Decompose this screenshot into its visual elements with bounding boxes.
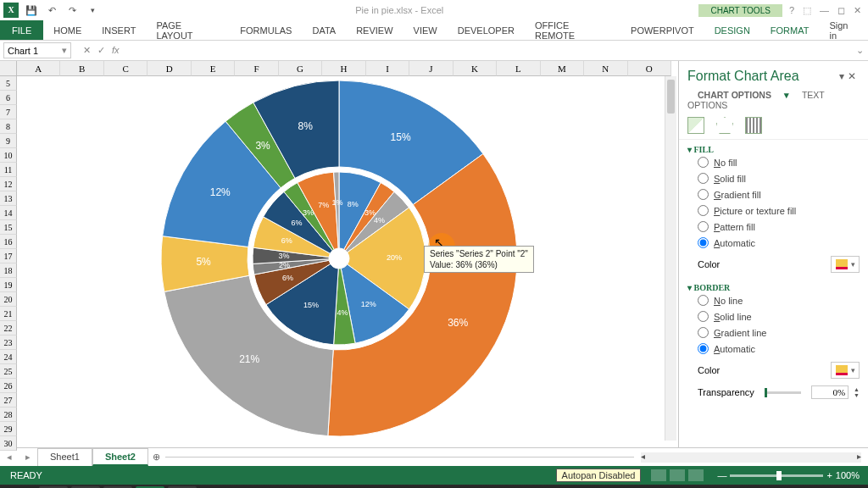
fill-option-picture-or-texture-fill[interactable]: Picture or texture fill bbox=[687, 202, 860, 219]
sheet-nav-prev-icon[interactable]: ◂ bbox=[0, 452, 19, 463]
col-C[interactable]: C bbox=[104, 61, 147, 76]
transparency-input[interactable] bbox=[811, 385, 849, 399]
name-box[interactable]: Chart 1 ▾ bbox=[3, 42, 71, 58]
sign-in-link[interactable]: Sign in bbox=[819, 20, 868, 40]
col-F[interactable]: F bbox=[235, 61, 278, 76]
fill-option-pattern-fill[interactable]: Pattern fill bbox=[687, 219, 860, 235]
zoom-out-button[interactable]: — bbox=[717, 470, 726, 480]
row-21[interactable]: 21 bbox=[0, 307, 17, 321]
row-26[interactable]: 26 bbox=[0, 379, 17, 393]
col-M[interactable]: M bbox=[541, 61, 584, 76]
qat-more-icon[interactable]: ▾ bbox=[85, 3, 100, 18]
row-7[interactable]: 7 bbox=[0, 105, 17, 119]
pane-dropdown-icon[interactable]: ▾ bbox=[839, 70, 848, 82]
border-option-solid-line[interactable]: Solid line bbox=[687, 308, 860, 324]
effects-icon[interactable] bbox=[716, 117, 733, 134]
redo-icon[interactable]: ↷ bbox=[64, 3, 80, 18]
col-B[interactable]: B bbox=[60, 61, 103, 76]
fill-option-no-fill[interactable]: No fill bbox=[687, 154, 860, 170]
pane-close-icon[interactable]: ✕ bbox=[848, 70, 860, 82]
normal-view-button[interactable] bbox=[651, 469, 666, 481]
row-11[interactable]: 11 bbox=[0, 163, 17, 177]
border-option-no-line[interactable]: No line bbox=[687, 292, 860, 308]
horizontal-scrollbar[interactable] bbox=[641, 452, 861, 463]
transparency-spin-down[interactable]: ▼ bbox=[854, 392, 860, 398]
ribbon-tab-developer[interactable]: DEVELOPER bbox=[448, 20, 525, 40]
sheet-tab-sheet1[interactable]: Sheet1 bbox=[37, 448, 92, 466]
sheet-tab-sheet2[interactable]: Sheet2 bbox=[92, 448, 148, 466]
fill-option-gradient-fill[interactable]: Gradient fill bbox=[687, 186, 860, 202]
ribbon-tab-page-layout[interactable]: PAGE LAYOUT bbox=[146, 20, 230, 40]
row-28[interactable]: 28 bbox=[0, 408, 17, 422]
file-tab[interactable]: FILE bbox=[0, 20, 43, 40]
row-24[interactable]: 24 bbox=[0, 350, 17, 364]
fill-and-line-icon[interactable] bbox=[687, 117, 704, 134]
ribbon-ctx-tab-design[interactable]: DESIGN bbox=[704, 20, 760, 40]
row-9[interactable]: 9 bbox=[0, 134, 17, 148]
row-8[interactable]: 8 bbox=[0, 119, 17, 134]
close-icon[interactable]: ✕ bbox=[854, 5, 861, 16]
border-section-header[interactable]: BORDER bbox=[687, 283, 860, 292]
row-29[interactable]: 29 bbox=[0, 422, 17, 436]
fill-section-header[interactable]: FILL bbox=[687, 145, 860, 154]
row-16[interactable]: 16 bbox=[0, 235, 17, 249]
row-27[interactable]: 27 bbox=[0, 393, 17, 408]
save-icon[interactable]: 💾 bbox=[24, 3, 39, 18]
zoom-in-button[interactable]: + bbox=[826, 470, 832, 480]
sheet-nav-next-icon[interactable]: ▸ bbox=[19, 452, 37, 463]
row-12[interactable]: 12 bbox=[0, 177, 17, 191]
column-headers[interactable]: ABCDEFGHIJKLMNO bbox=[17, 61, 671, 76]
fill-option-automatic[interactable]: Automatic bbox=[687, 235, 860, 251]
row-22[interactable]: 22 bbox=[0, 321, 17, 336]
col-G[interactable]: G bbox=[279, 61, 322, 76]
page-layout-view-button[interactable] bbox=[670, 469, 685, 481]
ribbon-tab-home[interactable]: HOME bbox=[43, 20, 92, 40]
row-10[interactable]: 10 bbox=[0, 148, 17, 163]
col-D[interactable]: D bbox=[147, 61, 191, 76]
row-6[interactable]: 6 bbox=[0, 91, 17, 105]
border-color-button[interactable] bbox=[831, 362, 860, 379]
col-I[interactable]: I bbox=[366, 61, 409, 76]
col-O[interactable]: O bbox=[628, 61, 671, 76]
size-properties-icon[interactable] bbox=[745, 117, 762, 134]
col-E[interactable]: E bbox=[192, 61, 235, 76]
row-25[interactable]: 25 bbox=[0, 364, 17, 379]
fill-color-button[interactable] bbox=[831, 256, 860, 273]
ribbon-tab-office-remote[interactable]: OFFICE REMOTE bbox=[525, 20, 620, 40]
zoom-slider[interactable] bbox=[730, 474, 823, 477]
ribbon-tab-data[interactable]: DATA bbox=[302, 20, 346, 40]
fx-icon[interactable]: fx bbox=[112, 45, 120, 56]
row-30[interactable]: 30 bbox=[0, 436, 17, 451]
row-17[interactable]: 17 bbox=[0, 249, 17, 263]
ribbon-tab-powerpivot[interactable]: POWERPIVOT bbox=[620, 20, 704, 40]
undo-icon[interactable]: ↶ bbox=[44, 3, 59, 18]
chart-object[interactable]: 15%36%21%5%12%3%8%8%3%4%20%12%4%15%6%2%3… bbox=[25, 76, 653, 441]
select-all-cell[interactable] bbox=[0, 61, 17, 76]
cancel-formula-icon[interactable]: ✕ bbox=[83, 45, 91, 56]
start-button[interactable] bbox=[3, 485, 34, 488]
maximize-icon[interactable]: ◻ bbox=[837, 5, 845, 16]
border-option-gradient-line[interactable]: Gradient line bbox=[687, 324, 860, 341]
row-20[interactable]: 20 bbox=[0, 292, 17, 307]
transparency-slider[interactable] bbox=[765, 391, 801, 394]
col-J[interactable]: J bbox=[409, 61, 453, 76]
ribbon-tab-view[interactable]: VIEW bbox=[403, 20, 448, 40]
name-box-dropdown-icon[interactable]: ▾ bbox=[62, 45, 67, 56]
ribbon-tab-insert[interactable]: INSERT bbox=[92, 20, 146, 40]
row-15[interactable]: 15 bbox=[0, 220, 17, 235]
col-A[interactable]: A bbox=[17, 61, 60, 76]
row-19[interactable]: 19 bbox=[0, 278, 17, 292]
row-13[interactable]: 13 bbox=[0, 191, 17, 206]
transparency-spin-up[interactable]: ▲ bbox=[854, 386, 860, 392]
col-N[interactable]: N bbox=[584, 61, 627, 76]
formula-bar-expand-icon[interactable]: ⌄ bbox=[851, 45, 868, 56]
ribbon-tab-formulas[interactable]: FORMULAS bbox=[230, 20, 302, 40]
col-K[interactable]: K bbox=[453, 61, 497, 76]
fill-option-solid-fill[interactable]: Solid fill bbox=[687, 170, 860, 186]
help-icon[interactable]: ? bbox=[789, 5, 794, 16]
border-option-automatic[interactable]: Automatic bbox=[687, 341, 860, 357]
row-headers[interactable]: 5678910111213141516171819202122232425262… bbox=[0, 76, 17, 447]
ribbon-display-icon[interactable]: ⬚ bbox=[803, 5, 811, 16]
enter-formula-icon[interactable]: ✓ bbox=[97, 45, 105, 56]
ribbon-ctx-tab-format[interactable]: FORMAT bbox=[760, 20, 820, 40]
